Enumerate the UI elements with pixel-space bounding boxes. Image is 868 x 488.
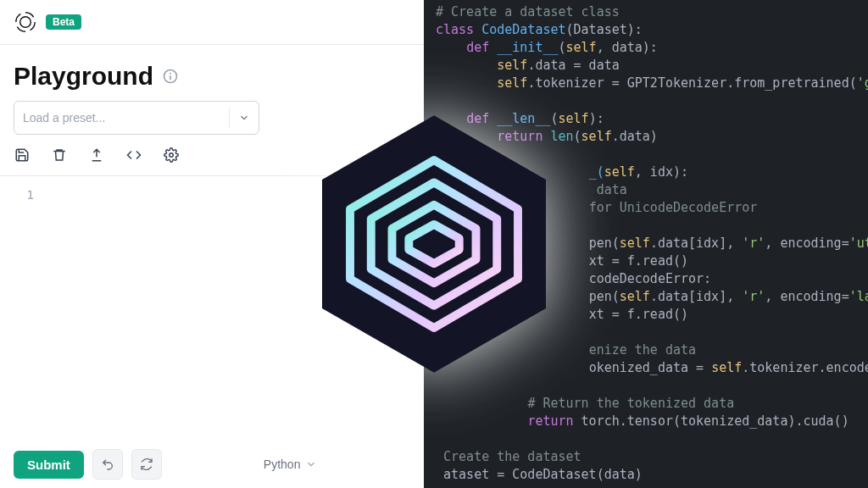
save-icon[interactable] — [14, 147, 31, 164]
divider — [229, 108, 230, 128]
undo-button[interactable] — [92, 449, 123, 480]
line-number: 1 — [14, 188, 34, 202]
chevron-down-icon — [305, 458, 317, 470]
svg-point-0 — [20, 17, 31, 28]
svg-point-4 — [170, 153, 174, 158]
svg-rect-3 — [170, 75, 171, 80]
page-header: Playground — [0, 45, 424, 101]
submit-button[interactable]: Submit — [14, 451, 84, 479]
code-icon[interactable] — [125, 147, 142, 164]
svg-marker-5 — [322, 115, 546, 373]
code-line: # Create a dataset class — [436, 4, 620, 19]
top-bar: Beta — [0, 0, 424, 45]
page-title: Playground — [14, 62, 153, 91]
share-icon[interactable] — [88, 147, 105, 164]
regenerate-button[interactable] — [131, 449, 162, 480]
language-select[interactable]: Python — [264, 458, 318, 471]
preset-select[interactable]: Load a preset... — [14, 101, 259, 135]
bottom-bar: Submit Python — [0, 441, 424, 488]
openai-logo-icon — [14, 10, 37, 34]
beta-badge: Beta — [46, 14, 81, 30]
hexagon-logo-icon — [294, 104, 574, 384]
preset-placeholder: Load a preset... — [23, 111, 105, 125]
trash-icon[interactable] — [51, 147, 68, 164]
gear-icon[interactable] — [163, 147, 180, 164]
info-icon[interactable] — [162, 68, 179, 85]
language-label: Python — [264, 458, 301, 471]
chevron-down-icon — [238, 112, 250, 124]
svg-point-2 — [170, 73, 171, 75]
